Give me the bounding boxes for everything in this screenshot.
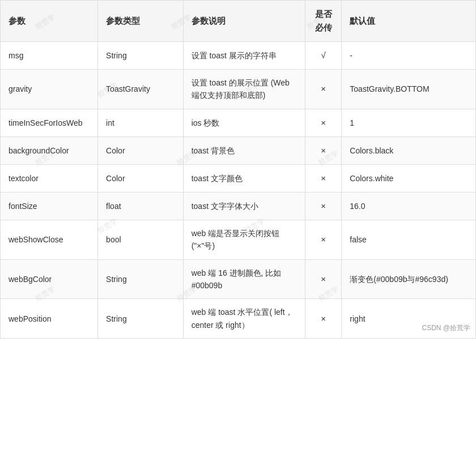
cell-type: String bbox=[98, 299, 184, 339]
csdn-badge: CSDN @拾荒学 bbox=[422, 323, 470, 333]
table-row: timeInSecForIosWebintios 秒数×1 bbox=[1, 109, 476, 136]
table-row: backgroundColorColortoast 背景色×Colors.bla… bbox=[1, 136, 476, 164]
cell-param: gravity bbox=[1, 70, 98, 109]
cell-desc: web 端是否显示关闭按钮("×"号) bbox=[183, 220, 305, 259]
cell-type: float bbox=[98, 192, 184, 220]
cell-param: msg bbox=[1, 42, 98, 70]
table-header-row: 参数 参数类型 参数说明 是否必传 默认值 bbox=[1, 1, 476, 42]
cell-required: × bbox=[305, 259, 342, 299]
cell-desc: ios 秒数 bbox=[183, 109, 305, 136]
cell-desc: web 端 toast 水平位置( left，center 或 right） bbox=[183, 299, 305, 339]
main-table-container: 拾荒学拾荒学拾荒学拾荒学拾荒学拾荒学拾荒学拾荒学拾荒学拾荒学拾荒学拾荒学拾荒学拾… bbox=[0, 0, 476, 339]
cell-default: Colors.black bbox=[342, 136, 476, 164]
cell-default: 1 bbox=[342, 109, 476, 136]
cell-desc: web 端 16 进制颜色, 比如 #00b09b bbox=[183, 259, 305, 299]
cell-param: webShowClose bbox=[1, 220, 98, 259]
cell-desc: toast 文字字体大小 bbox=[183, 192, 305, 220]
cell-required: √ bbox=[305, 42, 342, 70]
cell-type: bool bbox=[98, 220, 184, 259]
cell-desc: 设置 toast 展示的字符串 bbox=[183, 42, 305, 70]
header-default: 默认值 bbox=[342, 1, 476, 42]
cell-type: String bbox=[98, 259, 184, 299]
cell-type: Color bbox=[98, 164, 184, 192]
cell-desc: toast 文字颜色 bbox=[183, 164, 305, 192]
table-row: textcolorColortoast 文字颜色×Colors.white bbox=[1, 164, 476, 192]
header-type: 参数类型 bbox=[98, 1, 184, 42]
table-row: webPositionStringweb 端 toast 水平位置( left，… bbox=[1, 299, 476, 339]
cell-default: - bbox=[342, 42, 476, 70]
table-row: webShowCloseboolweb 端是否显示关闭按钮("×"号)×fals… bbox=[1, 220, 476, 259]
cell-type: Color bbox=[98, 136, 184, 164]
cell-param: webPosition bbox=[1, 299, 98, 339]
cell-required: × bbox=[305, 192, 342, 220]
cell-required: × bbox=[305, 70, 342, 109]
cell-default: Colors.white bbox=[342, 164, 476, 192]
cell-default: false bbox=[342, 220, 476, 259]
cell-param: backgroundColor bbox=[1, 136, 98, 164]
cell-type: ToastGravity bbox=[98, 70, 184, 109]
cell-required: × bbox=[305, 109, 342, 136]
cell-required: × bbox=[305, 164, 342, 192]
cell-required: × bbox=[305, 220, 342, 259]
cell-default: 16.0 bbox=[342, 192, 476, 220]
cell-required: × bbox=[305, 136, 342, 164]
table-row: gravityToastGravity设置 toast 的展示位置 (Web端仅… bbox=[1, 70, 476, 109]
cell-default: 渐变色(#00b09b与#96c93d) bbox=[342, 259, 476, 299]
cell-desc: 设置 toast 的展示位置 (Web端仅支持顶部和底部) bbox=[183, 70, 305, 109]
cell-type: String bbox=[98, 42, 184, 70]
header-param: 参数 bbox=[1, 1, 98, 42]
cell-param: textcolor bbox=[1, 164, 98, 192]
cell-desc: toast 背景色 bbox=[183, 136, 305, 164]
cell-param: webBgColor bbox=[1, 259, 98, 299]
cell-type: int bbox=[98, 109, 184, 136]
cell-param: timeInSecForIosWeb bbox=[1, 109, 98, 136]
cell-default: ToastGravity.BOTTOM bbox=[342, 70, 476, 109]
cell-param: fontSize bbox=[1, 192, 98, 220]
table-row: msgString设置 toast 展示的字符串√- bbox=[1, 42, 476, 70]
table-row: fontSizefloattoast 文字字体大小×16.0 bbox=[1, 192, 476, 220]
header-required: 是否必传 bbox=[305, 1, 342, 42]
cell-required: × bbox=[305, 299, 342, 339]
params-table: 参数 参数类型 参数说明 是否必传 默认值 msgString设置 toast … bbox=[0, 0, 476, 339]
header-desc: 参数说明 bbox=[183, 1, 305, 42]
table-row: webBgColorStringweb 端 16 进制颜色, 比如 #00b09… bbox=[1, 259, 476, 299]
